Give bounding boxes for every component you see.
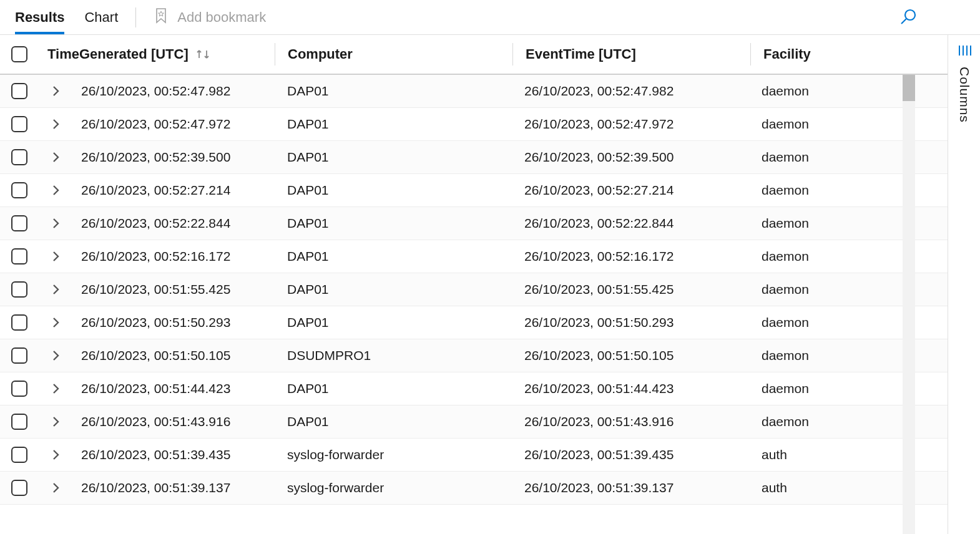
table-row[interactable]: 26/10/2023, 00:52:27.214 DAP01 26/10/202… — [0, 174, 948, 207]
expand-row-button[interactable] — [52, 482, 61, 494]
expand-row-button[interactable] — [52, 415, 61, 428]
columns-icon — [958, 44, 971, 61]
row-checkbox[interactable] — [11, 116, 27, 132]
cell-computer: DAP01 — [275, 84, 512, 99]
cell-computer: syslog-forwarder — [275, 480, 512, 495]
table-row[interactable]: 26/10/2023, 00:51:39.137 syslog-forwarde… — [0, 472, 948, 505]
cell-computer: DAP01 — [275, 282, 512, 297]
expand-row-button[interactable] — [52, 217, 61, 230]
toolbar-divider — [135, 7, 136, 27]
cell-timegenerated: 26/10/2023, 00:52:22.844 — [74, 216, 275, 231]
cell-timegenerated: 26/10/2023, 00:51:43.916 — [74, 414, 275, 429]
expand-row-button[interactable] — [52, 184, 61, 197]
add-bookmark-label: Add bookmark — [177, 9, 266, 26]
cell-timegenerated: 26/10/2023, 00:52:27.214 — [74, 183, 275, 198]
column-header-facility[interactable]: Facility — [751, 46, 948, 62]
cell-facility: daemon — [749, 381, 948, 396]
expand-row-button[interactable] — [52, 85, 61, 97]
sort-icon — [195, 48, 212, 61]
cell-timegenerated: 26/10/2023, 00:51:44.423 — [74, 381, 275, 396]
table-body: 26/10/2023, 00:52:47.982 DAP01 26/10/202… — [0, 75, 948, 505]
row-checkbox[interactable] — [11, 447, 27, 463]
vertical-scrollbar[interactable] — [903, 75, 915, 534]
cell-computer: DAP01 — [275, 381, 512, 396]
table-row[interactable]: 26/10/2023, 00:51:50.105 DSUDMPRO1 26/10… — [0, 339, 948, 372]
column-header-eventtime[interactable]: EventTime [UTC] — [513, 46, 750, 62]
table-row[interactable]: 26/10/2023, 00:51:44.423 DAP01 26/10/202… — [0, 372, 948, 405]
table-row[interactable]: 26/10/2023, 00:51:39.435 syslog-forwarde… — [0, 439, 948, 472]
row-checkbox[interactable] — [11, 182, 27, 198]
table-row[interactable]: 26/10/2023, 00:52:47.972 DAP01 26/10/202… — [0, 108, 948, 141]
table-row[interactable]: 26/10/2023, 00:52:16.172 DAP01 26/10/202… — [0, 240, 948, 273]
cell-computer: DSUDMPRO1 — [275, 348, 512, 363]
cell-computer: DAP01 — [275, 414, 512, 429]
tab-results[interactable]: Results — [15, 0, 64, 34]
cell-computer: DAP01 — [275, 117, 512, 132]
row-checkbox[interactable] — [11, 480, 27, 496]
cell-timegenerated: 26/10/2023, 00:51:39.137 — [74, 480, 275, 495]
cell-computer: DAP01 — [275, 249, 512, 264]
scrollbar-thumb[interactable] — [903, 75, 915, 101]
table-row[interactable]: 26/10/2023, 00:51:50.293 DAP01 26/10/202… — [0, 306, 948, 339]
row-checkbox[interactable] — [11, 381, 27, 397]
cell-eventtime: 26/10/2023, 00:51:55.425 — [512, 282, 749, 297]
cell-facility: daemon — [749, 315, 948, 330]
cell-computer: DAP01 — [275, 315, 512, 330]
cell-eventtime: 26/10/2023, 00:52:22.844 — [512, 216, 749, 231]
cell-facility: daemon — [749, 282, 948, 297]
table-row[interactable]: 26/10/2023, 00:52:22.844 DAP01 26/10/202… — [0, 207, 948, 240]
table-row[interactable]: 26/10/2023, 00:51:55.425 DAP01 26/10/202… — [0, 273, 948, 306]
tab-label: Chart — [84, 9, 118, 26]
expand-row-button[interactable] — [52, 316, 61, 329]
cell-facility: daemon — [749, 249, 948, 264]
row-checkbox[interactable] — [11, 347, 27, 364]
search-button[interactable] — [899, 7, 918, 29]
expand-row-button[interactable] — [52, 449, 61, 461]
row-checkbox[interactable] — [11, 314, 27, 331]
tabs: Results Chart — [15, 0, 118, 34]
table-row[interactable]: 26/10/2023, 00:51:43.916 DAP01 26/10/202… — [0, 405, 948, 439]
results-table: TimeGenerated [UTC] Computer EventTime [… — [0, 35, 980, 534]
tab-chart[interactable]: Chart — [84, 0, 118, 34]
expand-row-button[interactable] — [52, 283, 61, 296]
cell-facility: daemon — [749, 216, 948, 231]
table-row[interactable]: 26/10/2023, 00:52:39.500 DAP01 26/10/202… — [0, 141, 948, 174]
tab-label: Results — [15, 9, 64, 26]
cell-eventtime: 26/10/2023, 00:52:39.500 — [512, 150, 749, 165]
select-all-checkbox[interactable] — [11, 46, 27, 62]
cell-timegenerated: 26/10/2023, 00:52:16.172 — [74, 249, 275, 264]
cell-facility: daemon — [749, 117, 948, 132]
cell-eventtime: 26/10/2023, 00:52:16.172 — [512, 249, 749, 264]
table-header-row: TimeGenerated [UTC] Computer EventTime [… — [0, 35, 948, 75]
add-bookmark-button[interactable]: Add bookmark — [154, 7, 266, 27]
svg-point-0 — [905, 10, 915, 20]
cell-facility: auth — [749, 447, 948, 462]
cell-eventtime: 26/10/2023, 00:51:44.423 — [512, 381, 749, 396]
cell-eventtime: 26/10/2023, 00:51:39.137 — [512, 480, 749, 495]
cell-timegenerated: 26/10/2023, 00:52:47.982 — [74, 84, 275, 99]
row-checkbox[interactable] — [11, 248, 27, 265]
cell-facility: daemon — [749, 414, 948, 429]
columns-side-panel[interactable]: Columns — [948, 35, 980, 534]
cell-eventtime: 26/10/2023, 00:51:43.916 — [512, 414, 749, 429]
row-checkbox[interactable] — [11, 149, 27, 165]
expand-row-button[interactable] — [52, 250, 61, 263]
expand-row-button[interactable] — [52, 118, 61, 130]
table-row[interactable]: 26/10/2023, 00:52:47.982 DAP01 26/10/202… — [0, 75, 948, 108]
select-all-cell — [0, 46, 39, 62]
row-checkbox[interactable] — [11, 215, 27, 231]
cell-facility: daemon — [749, 84, 948, 99]
row-checkbox[interactable] — [11, 83, 27, 99]
column-header-timegenerated[interactable]: TimeGenerated [UTC] — [39, 46, 275, 62]
expand-row-button[interactable] — [52, 382, 61, 395]
row-checkbox[interactable] — [11, 281, 27, 298]
cell-timegenerated: 26/10/2023, 00:51:39.435 — [74, 447, 275, 462]
row-checkbox[interactable] — [11, 414, 27, 430]
cell-computer: syslog-forwarder — [275, 447, 512, 462]
expand-row-button[interactable] — [52, 349, 61, 362]
cell-timegenerated: 26/10/2023, 00:52:39.500 — [74, 150, 275, 165]
search-icon — [899, 15, 918, 29]
column-header-computer[interactable]: Computer — [275, 46, 512, 62]
expand-row-button[interactable] — [52, 151, 61, 163]
cell-eventtime: 26/10/2023, 00:51:50.293 — [512, 315, 749, 330]
